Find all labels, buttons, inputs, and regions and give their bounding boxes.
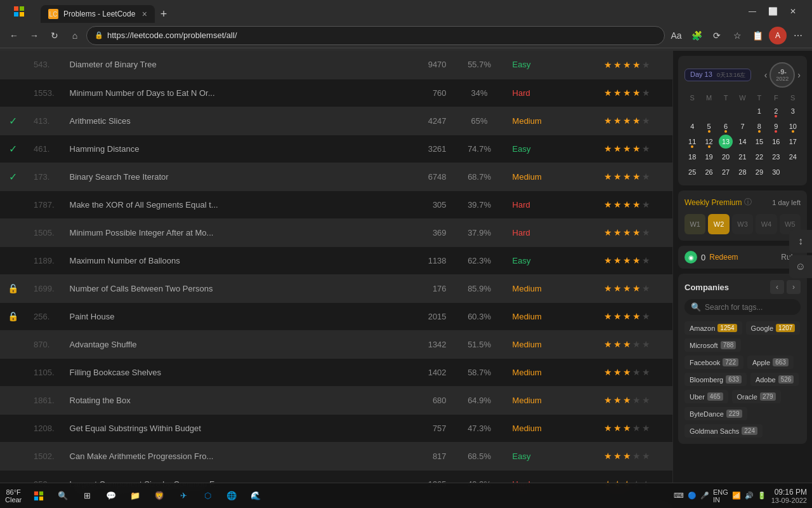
taskbar-files-button[interactable]: 📁 <box>126 486 145 505</box>
new-tab-button[interactable]: + <box>155 5 173 23</box>
week-indicator[interactable]: W4 <box>756 214 776 234</box>
taskbar-vscode-button[interactable]: ⬡ <box>198 486 217 505</box>
cal-day[interactable] <box>702 104 716 118</box>
redeem-button[interactable]: Redeem <box>709 253 738 262</box>
cal-day[interactable]: 9 <box>769 119 783 133</box>
minimize-button[interactable]: — <box>743 3 761 20</box>
forward-button[interactable]: → <box>25 27 43 44</box>
problem-title[interactable]: Arithmetic Slices <box>62 107 403 135</box>
cal-prev-button[interactable]: ‹ <box>764 70 768 80</box>
bluetooth-icon[interactable]: 🔵 <box>688 491 697 500</box>
cal-day[interactable]: 23 <box>769 150 783 164</box>
company-tag[interactable]: Adobe 526 <box>750 373 799 386</box>
tab-close-button[interactable]: × <box>142 9 147 19</box>
close-button[interactable]: ✕ <box>784 3 802 20</box>
time-date[interactable]: 09:16 PM 13-09-2022 <box>771 488 807 504</box>
company-tag[interactable]: Uber 465 <box>684 390 728 403</box>
problem-title[interactable]: Can Make Arithmetic Progression Fro... <box>62 442 403 470</box>
cal-day[interactable]: 20 <box>719 150 733 164</box>
taskbar-teams-button[interactable]: 💬 <box>102 486 121 505</box>
problem-title[interactable]: Minimum Number of Days to Eat N Or... <box>62 79 403 107</box>
reader-mode-button[interactable]: Aa <box>667 27 685 44</box>
cal-day[interactable]: 10 <box>786 119 800 133</box>
problem-title[interactable]: Minimum Possible Integer After at Mo... <box>62 218 403 246</box>
week-indicator[interactable]: W2 <box>708 214 729 234</box>
mic-icon[interactable]: 🎤 <box>700 491 709 500</box>
settings-button[interactable]: ⋯ <box>789 27 807 44</box>
cal-day[interactable]: 26 <box>702 165 716 179</box>
maximize-button[interactable]: ⬜ <box>764 3 782 20</box>
side-action-1[interactable]: ↕ <box>789 230 812 253</box>
extensions-button[interactable]: 🧩 <box>688 27 705 44</box>
cal-day[interactable]: 16 <box>769 135 783 149</box>
cal-next-button[interactable]: › <box>797 70 801 80</box>
cal-day[interactable]: 29 <box>752 165 766 179</box>
side-action-2[interactable]: ☺ <box>789 255 812 278</box>
refresh-button[interactable]: ↻ <box>46 27 63 44</box>
wifi-icon[interactable]: 📶 <box>732 491 741 500</box>
back-button[interactable]: ← <box>5 27 23 44</box>
cal-day[interactable]: 30 <box>769 165 783 179</box>
cal-day[interactable]: 7 <box>735 119 749 133</box>
cal-day[interactable]: 15 <box>752 135 766 149</box>
companies-prev-button[interactable]: ‹ <box>770 280 784 294</box>
active-tab[interactable]: LC Problems - LeetCode × <box>41 5 155 23</box>
cal-day[interactable]: 24 <box>786 150 800 164</box>
cal-day[interactable]: 27 <box>719 165 733 179</box>
cal-day[interactable]: 5 <box>702 119 716 133</box>
favorites-button[interactable]: ☆ <box>728 27 746 44</box>
cal-day[interactable] <box>719 104 733 118</box>
language-indicator[interactable]: ENGIN <box>713 488 728 504</box>
home-button[interactable]: ⌂ <box>66 27 84 44</box>
battery-icon[interactable]: 🔋 <box>757 491 766 500</box>
companies-next-button[interactable]: › <box>787 280 801 294</box>
company-tag[interactable]: Microsoft 788 <box>684 338 741 352</box>
cal-day[interactable]: 18 <box>685 150 699 164</box>
taskbar-telegram-button[interactable]: ✈ <box>174 486 193 505</box>
speaker-icon[interactable]: 🔊 <box>745 491 754 500</box>
collections-button[interactable]: 📋 <box>749 27 766 44</box>
cal-day[interactable]: 12 <box>702 135 716 149</box>
taskbar-edge-button[interactable]: 🌊 <box>246 486 265 505</box>
search-tags-container[interactable]: 🔍 <box>684 299 801 315</box>
cal-day[interactable]: 11 <box>685 135 699 149</box>
profile-button[interactable]: A <box>769 27 787 44</box>
taskbar-brave-button[interactable]: 🦁 <box>150 486 169 505</box>
cal-day[interactable] <box>786 165 800 179</box>
address-bar[interactable]: 🔒 https://leetcode.com/problemset/all/ <box>86 26 665 45</box>
cal-day[interactable]: 21 <box>735 150 749 164</box>
cal-day[interactable]: 19 <box>702 150 716 164</box>
cal-day[interactable]: 28 <box>735 165 749 179</box>
cal-day[interactable]: 22 <box>752 150 766 164</box>
problem-title[interactable]: Paint House <box>62 302 403 330</box>
cal-day[interactable]: 17 <box>786 135 800 149</box>
cal-day[interactable]: 1 <box>752 104 766 118</box>
keyboard-icon[interactable]: ⌨ <box>674 491 684 500</box>
company-tag[interactable]: ByteDance 229 <box>684 407 747 420</box>
problem-title[interactable]: Binary Search Tree Iterator <box>62 163 403 190</box>
search-tags-input[interactable] <box>705 303 800 312</box>
company-tag[interactable]: Oracle 279 <box>732 390 781 403</box>
company-tag[interactable]: Google 1207 <box>746 321 801 335</box>
taskbar-search-button[interactable]: 🔍 <box>53 486 72 505</box>
cal-day[interactable]: 2 <box>769 104 783 118</box>
problem-title[interactable]: Maximum Number of Balloons <box>62 246 403 274</box>
cal-day[interactable]: 13 <box>719 135 733 149</box>
company-tag[interactable]: Apple 663 <box>747 356 794 369</box>
cal-day[interactable]: 6 <box>719 119 733 133</box>
cal-day[interactable]: 25 <box>685 165 699 179</box>
problem-title[interactable]: Get Equal Substrings Within Budget <box>62 414 403 442</box>
company-tag[interactable]: Bloomberg 633 <box>684 373 747 386</box>
taskbar-chrome-button[interactable]: 🌐 <box>222 486 241 505</box>
cal-day[interactable] <box>735 104 749 118</box>
company-tag[interactable]: Amazon 1254 <box>684 321 742 335</box>
refresh-page-button[interactable]: ⟳ <box>708 27 726 44</box>
taskbar-widgets-button[interactable]: ⊞ <box>77 486 96 505</box>
week-indicator[interactable]: W1 <box>684 214 705 234</box>
problem-title[interactable]: Hamming Distance <box>62 135 403 163</box>
cal-day[interactable]: 14 <box>735 135 749 149</box>
problem-title[interactable]: Diameter of Binary Tree <box>62 51 403 79</box>
taskbar-start-button[interactable] <box>5 0 33 24</box>
problem-title[interactable]: Rotating the Box <box>62 386 403 414</box>
cal-day[interactable]: 8 <box>752 119 766 133</box>
